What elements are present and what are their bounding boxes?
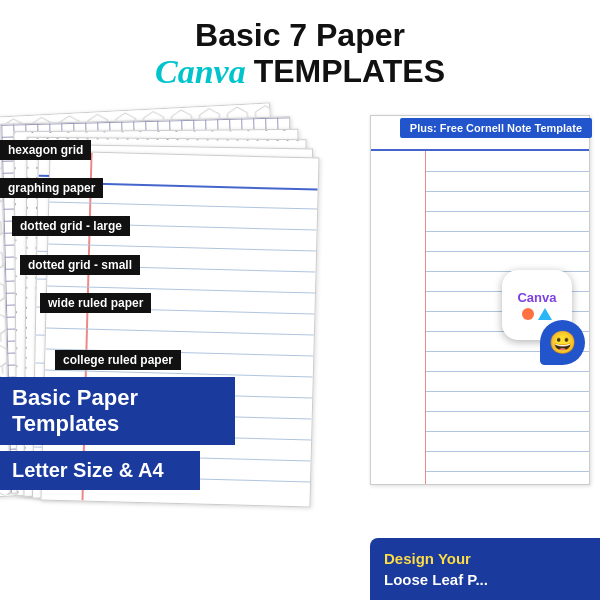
canva-shapes (522, 308, 552, 320)
blue-banner-line1: Basic Paper Templates (12, 385, 138, 436)
header: Basic 7 Paper Canva TEMPLATES (0, 0, 600, 99)
title-row2: Canva TEMPLATES (20, 53, 580, 90)
label-wide-ruled: wide ruled paper (40, 293, 151, 313)
chat-icon[interactable]: 😀 (540, 320, 585, 365)
design-line1: Design Your (384, 550, 471, 567)
title-line1: Basic 7 Paper (20, 18, 580, 53)
design-line2: Loose Leaf P... (384, 571, 488, 588)
label-graph: graphing paper (0, 178, 103, 198)
label-college-ruled: college ruled paper (55, 350, 181, 370)
design-banner: Design Your Loose Leaf P... (370, 538, 600, 600)
label-dotted-large: dotted grid - large (12, 216, 130, 236)
canva-triangle-shape (538, 308, 552, 320)
paper-stack-area: hexagon grid graphing paper dotted grid … (0, 110, 600, 600)
design-highlight: Design Your (384, 550, 471, 567)
main-container: Basic 7 Paper Canva TEMPLATES (0, 0, 600, 600)
label-dotted-small: dotted grid - small (20, 255, 140, 275)
canva-logo-text: Canva (517, 290, 556, 305)
blue-banner-top: Basic Paper Templates (0, 377, 235, 445)
chat-icon-symbol: 😀 (549, 330, 576, 356)
canva-circle-shape (522, 308, 534, 320)
title-templates: TEMPLATES (254, 54, 445, 89)
blue-banner-line2: Letter Size & A4 (12, 459, 164, 481)
label-hex: hexagon grid (0, 140, 91, 160)
title-canva: Canva (155, 53, 246, 90)
blue-banner-bottom: Letter Size & A4 (0, 451, 200, 490)
cornell-left-col (371, 151, 426, 484)
cornell-badge: Plus: Free Cornell Note Template (400, 118, 592, 138)
